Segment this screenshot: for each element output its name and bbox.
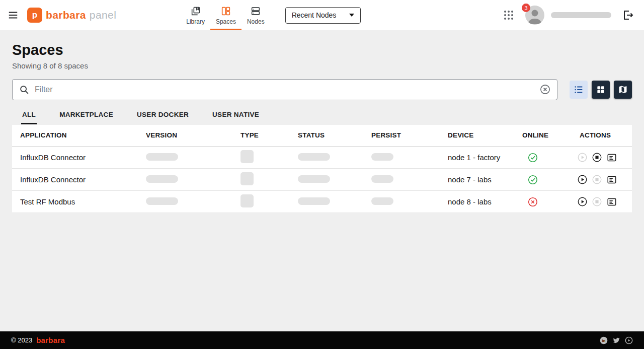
application-name: InfluxDB Connector — [12, 175, 138, 184]
tab-all[interactable]: ALL — [21, 111, 37, 125]
hamburger-icon — [8, 10, 19, 21]
spaces-icon — [220, 6, 231, 17]
application-name: Test RF Modbus — [12, 197, 138, 206]
column-header-status: STATUS — [290, 131, 363, 139]
type-skeleton — [240, 172, 254, 185]
main-content: Spaces Showing 8 of 8 spaces ALL MARK — [0, 30, 644, 331]
table-row[interactable]: Test RF Modbus node 8 - labs — [12, 191, 632, 213]
logout-button[interactable] — [618, 5, 638, 25]
recent-nodes-label: Recent Nodes — [292, 11, 337, 19]
brand-mark: p — [27, 8, 42, 23]
nav-label: Library — [186, 18, 205, 25]
stop-circle-icon — [592, 152, 602, 163]
status-skeleton — [298, 197, 330, 205]
persist-skeleton — [371, 197, 393, 205]
device-name: node 8 - labs — [440, 197, 514, 206]
check-circle-icon — [527, 174, 538, 185]
stop-button[interactable] — [592, 152, 602, 163]
clear-filter-button[interactable] — [539, 84, 551, 95]
nodes-icon — [250, 6, 261, 17]
nav-label: Nodes — [247, 18, 265, 25]
footer-brand: barbara — [36, 336, 65, 344]
username-skeleton — [551, 12, 611, 18]
type-skeleton — [240, 194, 254, 207]
play-button[interactable] — [577, 196, 588, 207]
page-subtitle: Showing 8 of 8 spaces — [12, 61, 632, 70]
library-icon — [190, 6, 201, 17]
play-button[interactable] — [577, 152, 588, 163]
filter-row — [12, 79, 632, 100]
column-header-application: APPLICATION — [12, 131, 138, 139]
page-title: Spaces — [12, 42, 632, 58]
hamburger-menu-button[interactable] — [3, 5, 23, 25]
stop-button[interactable] — [592, 174, 602, 185]
top-bar: p barbara panel Library Spaces Nodes Rec… — [0, 0, 644, 30]
status-skeleton — [298, 175, 330, 183]
brand-logo[interactable]: p barbara panel — [27, 8, 116, 23]
logs-button[interactable] — [606, 152, 617, 163]
user-avatar[interactable]: 3 — [525, 6, 544, 25]
recent-nodes-dropdown[interactable]: Recent Nodes — [285, 7, 361, 24]
table-row[interactable]: InfluxDB Connector node 7 - labs — [12, 169, 632, 191]
clear-circle-icon — [539, 84, 551, 95]
map-view-button[interactable] — [614, 81, 632, 99]
copyright-text: © 2023 — [11, 336, 32, 344]
column-header-type: TYPE — [232, 131, 290, 139]
tab-marketplace[interactable]: MARKETPLACE — [58, 111, 114, 125]
tabs-bar: ALL MARKETPLACE USER DOCKER USER NATIVE — [12, 111, 632, 125]
chevron-down-icon — [349, 14, 354, 17]
column-header-actions: ACTIONS — [567, 131, 632, 139]
play-circle-icon — [577, 196, 588, 207]
filter-box — [12, 79, 557, 100]
youtube-icon[interactable] — [625, 336, 633, 344]
apps-grid-button[interactable] — [499, 5, 519, 25]
logs-icon — [606, 152, 617, 163]
x-circle-icon — [527, 196, 538, 207]
search-icon — [19, 84, 30, 95]
stop-button[interactable] — [592, 196, 602, 207]
check-circle-icon — [527, 152, 538, 163]
play-circle-icon — [577, 174, 588, 185]
device-name: node 7 - labs — [440, 175, 514, 184]
table-header: APPLICATION VERSION TYPE STATUS PERSIST … — [12, 124, 632, 147]
main-nav: Library Spaces Nodes — [181, 0, 270, 30]
logs-button[interactable] — [606, 174, 617, 185]
notification-badge: 3 — [522, 4, 530, 12]
header-right: 3 — [499, 5, 644, 25]
logs-button[interactable] — [606, 196, 617, 207]
table-row[interactable]: InfluxDB Connector node 1 - factory — [12, 147, 632, 169]
stop-circle-icon — [592, 196, 602, 207]
filter-input[interactable] — [35, 85, 534, 94]
list-view-icon — [573, 84, 584, 95]
online-status-icon — [527, 174, 538, 185]
linkedin-icon[interactable]: in — [600, 336, 608, 344]
brand-suffix: panel — [90, 9, 116, 21]
grid-view-button[interactable] — [592, 81, 610, 99]
device-name: node 1 - factory — [440, 153, 514, 162]
status-skeleton — [298, 153, 330, 161]
grid-view-icon — [596, 85, 606, 95]
persist-skeleton — [371, 153, 393, 161]
twitter-icon[interactable] — [612, 336, 620, 344]
version-skeleton — [146, 197, 178, 205]
map-view-icon — [618, 85, 628, 95]
type-skeleton — [240, 150, 254, 163]
tab-user-native[interactable]: USER NATIVE — [211, 111, 260, 125]
persist-skeleton — [371, 175, 393, 183]
logout-icon — [622, 9, 634, 21]
logs-icon — [606, 174, 617, 185]
spaces-table: APPLICATION VERSION TYPE STATUS PERSIST … — [12, 124, 632, 213]
list-view-button[interactable] — [570, 81, 588, 99]
footer: © 2023 barbara in — [0, 331, 644, 349]
nav-label: Spaces — [216, 18, 236, 25]
play-button[interactable] — [577, 174, 588, 185]
view-toggles — [570, 81, 632, 99]
nav-item-nodes[interactable]: Nodes — [242, 0, 270, 30]
tab-user-docker[interactable]: USER DOCKER — [136, 111, 190, 125]
stop-circle-icon — [592, 174, 602, 185]
nav-item-library[interactable]: Library — [181, 0, 210, 30]
svg-text:in: in — [602, 338, 606, 343]
column-header-version: VERSION — [138, 131, 232, 139]
nav-item-spaces[interactable]: Spaces — [210, 0, 242, 30]
column-header-persist: PERSIST — [363, 131, 440, 139]
